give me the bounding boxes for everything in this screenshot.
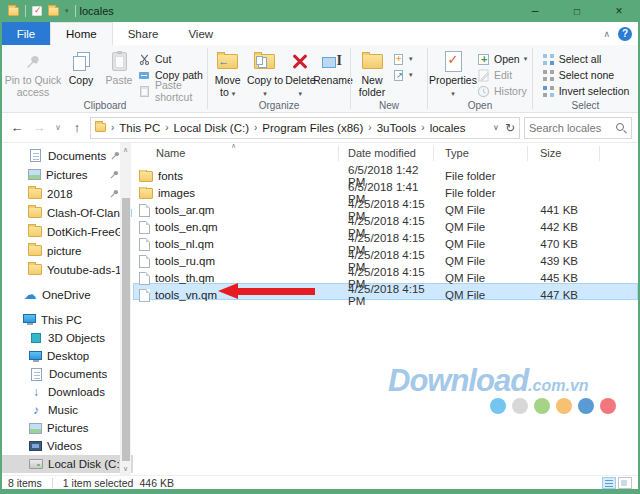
help-icon[interactable]: ? — [618, 27, 632, 41]
watermark-dot — [512, 398, 528, 414]
paste-shortcut-button[interactable]: Paste shortcut — [138, 83, 204, 99]
cut-button[interactable]: Cut — [138, 51, 204, 67]
up-button[interactable]: ↑ — [68, 120, 86, 135]
copy-button[interactable]: Copy — [62, 47, 100, 87]
maximize-button[interactable]: □ — [556, 0, 598, 22]
organize-group-label: Organize — [208, 99, 350, 114]
sidebar-item-documents[interactable]: Documents — [2, 365, 133, 383]
sidebar-item-onedrive[interactable]: ☁ OneDrive — [2, 285, 133, 304]
file-size: 445 KB — [528, 272, 600, 284]
file-row-tools-ru[interactable]: tools_ru.qm 4/25/2018 4:15 PM QM File 43… — [133, 249, 638, 266]
move-to-button[interactable]: ← Move to ▾ — [209, 47, 246, 99]
new-folder-qat-icon[interactable] — [48, 7, 59, 16]
sidebar-item-label: Pictures — [46, 169, 88, 181]
refresh-icon[interactable]: ↻ — [505, 121, 515, 135]
breadcrumb-local-disk[interactable]: Local Disk (C:) — [174, 122, 249, 134]
file-row-tools-ar[interactable]: tools_ar.qm 4/25/2018 4:15 PM QM File 44… — [133, 198, 638, 215]
breadcrumb-this-pc[interactable]: This PC — [119, 122, 160, 134]
sidebar-item-picture[interactable]: picture — [2, 241, 133, 260]
sidebar-item-dotkich[interactable]: DotKich-FreeGu — [2, 222, 133, 241]
properties-button[interactable]: Properties ▾ — [429, 47, 477, 99]
tab-file[interactable]: File — [2, 22, 50, 45]
address-dropdown-icon[interactable]: ∨ — [493, 123, 499, 132]
breadcrumb-locales[interactable]: locales — [430, 122, 466, 134]
pin-icon — [25, 49, 41, 74]
properties-check-icon[interactable] — [32, 6, 42, 16]
sidebar-item-local-disk-c[interactable]: Local Disk (C:) — [2, 455, 133, 473]
collapse-ribbon-icon[interactable]: ∧ — [603, 29, 610, 39]
folder-icon — [28, 207, 42, 218]
document-icon — [31, 368, 42, 381]
sidebar-item-this-pc[interactable]: This PC — [2, 310, 133, 329]
tab-share[interactable]: Share — [113, 22, 174, 45]
file-row-images[interactable]: images 6/5/2018 1:41 PM File folder — [133, 181, 638, 198]
tab-view[interactable]: View — [173, 22, 228, 45]
minimize-button[interactable]: – — [514, 0, 556, 22]
sidebar-item-pictures[interactable]: Pictures — [2, 419, 133, 437]
scrollbar-thumb[interactable] — [122, 198, 130, 461]
column-header-type[interactable]: Type — [434, 146, 528, 161]
column-header-date-modified[interactable]: Date modified — [339, 146, 434, 161]
back-button[interactable]: ← — [8, 120, 26, 135]
new-folder-button[interactable]: New folder — [352, 47, 392, 99]
folder-icon[interactable] — [8, 7, 19, 16]
details-view-button[interactable] — [602, 477, 616, 489]
forward-button[interactable]: → — [30, 120, 48, 135]
file-row-tools-th[interactable]: tools_th.qm 4/25/2018 4:15 PM QM File 44… — [133, 266, 638, 283]
search-box[interactable] — [524, 117, 632, 139]
breadcrumb-program-files[interactable]: Program Files (x86) — [262, 122, 363, 134]
file-row-tools-nl[interactable]: tools_nl.qm 4/25/2018 4:15 PM QM File 47… — [133, 232, 638, 249]
folder-icon — [139, 171, 153, 182]
invert-selection-button[interactable]: Invert selection — [542, 83, 630, 99]
delete-button[interactable]: Delete ▾ — [284, 47, 317, 99]
pin-icon — [110, 188, 119, 200]
sidebar-item-2018[interactable]: 2018 — [2, 184, 133, 203]
sidebar-item-pictures-qa[interactable]: Pictures — [2, 165, 133, 184]
copy-to-button[interactable]: Copy to ▾ — [246, 47, 283, 99]
sidebar-item-downloads[interactable]: ↓ Downloads — [2, 383, 133, 401]
recent-locations-icon[interactable]: ∨ — [52, 123, 64, 132]
sidebar-item-desktop[interactable]: Desktop — [2, 347, 133, 365]
select-none-button[interactable]: Select none — [542, 67, 630, 83]
edit-button[interactable]: Edit — [477, 67, 529, 83]
large-icons-view-button[interactable] — [618, 477, 632, 489]
search-icon[interactable] — [615, 122, 627, 134]
breadcrumb-3utools[interactable]: 3uTools — [377, 122, 417, 134]
sidebar-item-label: This PC — [41, 314, 82, 326]
sidebar-scrollbar[interactable]: ∧ ∨ — [120, 143, 131, 475]
tab-home[interactable]: Home — [50, 22, 113, 45]
sidebar-item-documents-qa[interactable]: Documents — [2, 146, 133, 165]
file-row-fonts[interactable]: fonts 6/5/2018 1:42 PM File folder — [133, 164, 638, 181]
ribbon-group-organize: ← Move to ▾ Copy to ▾ Delete ▾ Rename — [208, 45, 350, 112]
history-button[interactable]: History — [477, 83, 529, 99]
divider — [52, 478, 53, 488]
close-button[interactable]: × — [598, 0, 640, 22]
open-button[interactable]: Open ▾ — [477, 51, 529, 67]
easy-access-button[interactable]: ▾ — [392, 67, 420, 83]
select-all-button[interactable]: Select all — [542, 51, 630, 67]
scroll-up-icon[interactable]: ∧ — [120, 143, 131, 156]
sidebar-item-3d-objects[interactable]: 3D Objects — [2, 329, 133, 347]
pin-to-quick-access-button[interactable]: Pin to Quick access — [4, 47, 62, 99]
file-row-tools-en[interactable]: tools_en.qm 4/25/2018 4:15 PM QM File 44… — [133, 215, 638, 232]
search-input[interactable] — [529, 122, 615, 134]
sidebar-item-clash-of-clan[interactable]: Clash-Of-Clan-N — [2, 203, 133, 222]
folder-icon — [28, 264, 42, 275]
rename-button[interactable]: Rename — [317, 47, 349, 87]
breadcrumb[interactable]: › This PC › Local Disk (C:) › Program Fi… — [90, 117, 520, 139]
address-bar: ← → ∨ ↑ › This PC › Local Disk (C:) › Pr… — [2, 113, 638, 143]
column-header-size[interactable]: Size — [528, 146, 600, 161]
paste-button[interactable]: Paste — [100, 47, 138, 87]
file-list-pane: ∧ Name Date modified Type Size fonts 6/5… — [133, 143, 638, 475]
sidebar-item-music[interactable]: ♪ Music — [2, 401, 133, 419]
scroll-down-icon[interactable]: ∨ — [120, 462, 131, 475]
dropdown-icon: ▾ — [451, 90, 455, 97]
new-item-button[interactable]: ▾ — [392, 51, 420, 67]
copy-to-label: Copy to — [247, 74, 283, 86]
pin-label: Pin to Quick access — [4, 75, 62, 99]
sidebar-item-label: Local Disk (C:) — [48, 458, 123, 470]
file-row-tools-vn-selected[interactable]: tools_vn.qm 4/25/2018 4:15 PM QM File 44… — [133, 283, 638, 300]
sidebar-item-youtube-ads[interactable]: Youtube-ads-1 — [2, 260, 133, 279]
chevron-down-icon[interactable]: ▾ — [65, 7, 69, 15]
sidebar-item-videos[interactable]: Videos — [2, 437, 133, 455]
